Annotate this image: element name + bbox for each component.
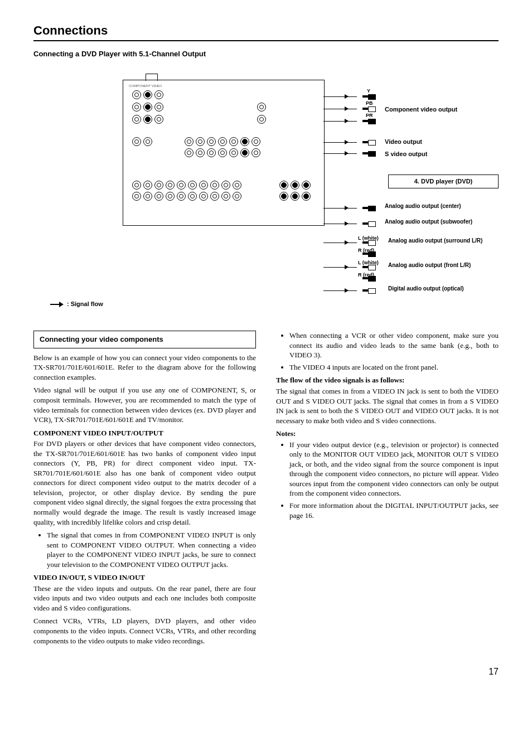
right-column: When connecting a VCR or other video com… <box>276 331 499 649</box>
note-2: For more information about the DIGITAL I… <box>289 501 499 520</box>
plug-icon <box>362 240 377 245</box>
text-columns: Connecting your video components Below i… <box>33 331 499 649</box>
video-output-label: Video output <box>385 138 422 146</box>
plug-icon <box>362 140 377 144</box>
plug-icon <box>362 94 377 99</box>
plug-icon <box>362 119 377 123</box>
note-1: If your video output device (e.g., telev… <box>289 440 499 498</box>
analog-front-label: Analog audio output (front L/R) <box>388 261 483 269</box>
analog-center-label: Analog audio output (center) <box>385 202 474 210</box>
intro-paragraph: Below is an example of how you can conne… <box>33 353 256 382</box>
page-title: Connections <box>33 22 499 41</box>
flow-heading: The flow of the video signals is as foll… <box>276 375 499 385</box>
analog-sub-label: Analog audio output (subwoofer) <box>385 218 474 226</box>
video-components-heading: Connecting your video components <box>33 331 256 348</box>
receiver-rear-panel: COMPONENT VIDEO <box>123 80 325 226</box>
intro-paragraph-2: Video signal will be output if you use a… <box>33 385 256 424</box>
plug-icon <box>362 221 377 226</box>
plug-icon <box>362 265 377 269</box>
notes-heading: Notes: <box>276 429 499 439</box>
component-video-header-label: COMPONENT VIDEO <box>129 84 162 88</box>
page-number: 17 <box>33 666 499 678</box>
section-subtitle: Connecting a DVD Player with 5.1-Channel… <box>33 49 499 59</box>
pb-label: PB <box>366 100 373 106</box>
dvd-player-box: 4. DVD player (DVD) <box>388 175 499 188</box>
component-video-heading: COMPONENT VIDEO INPUT/OUTPUT <box>33 428 256 438</box>
pr-label: PR <box>366 112 373 119</box>
analog-surround-label: Analog audio output (surround L/R) <box>388 237 483 245</box>
video-io-heading: VIDEO IN/OUT, S VIDEO IN/OUT <box>33 573 256 583</box>
component-video-output-label: Component video output <box>385 105 457 114</box>
y-label: Y <box>367 88 370 94</box>
plug-icon <box>362 251 377 256</box>
flow-body: The signal that comes in from a VIDEO IN… <box>276 386 499 425</box>
video-io-body-2: Connect VCRs, VTRs, LD players, DVD play… <box>33 616 256 646</box>
plug-icon <box>362 288 377 293</box>
signal-flow-legend: : Signal flow <box>50 300 103 308</box>
plug-icon <box>362 206 377 210</box>
component-video-body: For DVD players or other devices that ha… <box>33 439 256 527</box>
s-video-output-label: S video output <box>385 150 427 158</box>
arrow-icon <box>50 302 64 307</box>
video4-note: The VIDEO 4 inputs are located on the fr… <box>289 362 499 372</box>
connection-diagram: COMPONENT VIDEO <box>33 69 499 314</box>
digital-optical-label: Digital audio output (optical) <box>388 285 483 293</box>
video-io-body-1: These are the video inputs and outputs. … <box>33 584 256 613</box>
plug-icon <box>362 151 377 156</box>
plug-icon <box>362 106 377 111</box>
vcr-note: When connecting a VCR or other video com… <box>289 331 499 360</box>
left-column: Connecting your video components Below i… <box>33 331 256 649</box>
component-video-note: The signal that comes in from COMPONENT … <box>47 530 256 569</box>
plug-icon <box>362 276 377 280</box>
signal-flow-text: : Signal flow <box>67 301 103 307</box>
